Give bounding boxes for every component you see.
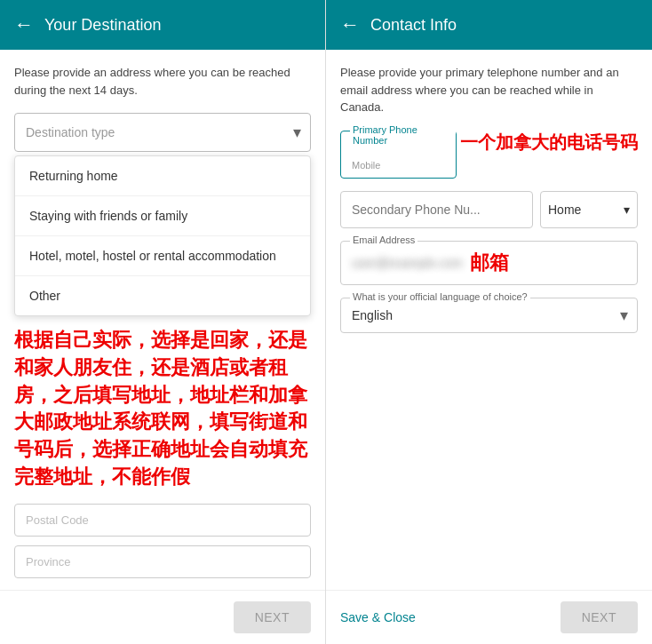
left-back-arrow[interactable]: ← bbox=[14, 13, 34, 36]
email-row: user@example.com 邮箱 bbox=[352, 250, 626, 276]
destination-type-placeholder: Destination type bbox=[26, 125, 115, 139]
left-header: ← Your Destination bbox=[0, 0, 325, 50]
right-description: Please provide your primary telephone nu… bbox=[340, 64, 638, 116]
left-annotation: 根据自己实际，选择是回家，还是和家人朋友住，还是酒店或者租房，之后填写地址，地址… bbox=[14, 323, 311, 495]
postal-code-input[interactable]: Postal Code bbox=[14, 504, 311, 537]
dropdown-arrow-icon: ▾ bbox=[293, 123, 301, 142]
primary-phone-group: Primary Phone Number Mobile 一个加拿大的电话号码 bbox=[340, 131, 638, 179]
primary-phone-input-wrapper[interactable]: Primary Phone Number Mobile bbox=[340, 131, 457, 179]
language-selector[interactable]: What is your official language of choice… bbox=[340, 298, 638, 333]
menu-item-friends-family[interactable]: Staying with friends or family bbox=[15, 196, 310, 236]
phone-type-value: Home bbox=[548, 203, 581, 217]
menu-item-hotel[interactable]: Hotel, motel, hostel or rental accommoda… bbox=[15, 236, 310, 276]
right-title: Contact Info bbox=[370, 16, 457, 35]
email-label: Email Address bbox=[350, 235, 417, 245]
phone-type-arrow-icon: ▾ bbox=[624, 203, 630, 217]
save-close-button[interactable]: Save & Close bbox=[340, 610, 416, 624]
email-group: Email Address user@example.com 邮箱 bbox=[340, 241, 638, 286]
email-input-wrapper[interactable]: Email Address user@example.com 邮箱 bbox=[340, 241, 638, 286]
left-next-button[interactable]: NEXT bbox=[234, 601, 311, 633]
right-next-button[interactable]: NEXT bbox=[561, 601, 638, 633]
phone-type-selector[interactable]: Home ▾ bbox=[540, 191, 638, 228]
left-panel: ← Your Destination Please provide an add… bbox=[0, 0, 326, 644]
left-content: Please provide an address where you can … bbox=[0, 50, 325, 590]
left-description: Please provide an address where you can … bbox=[14, 64, 311, 99]
right-content: Please provide your primary telephone nu… bbox=[326, 50, 652, 590]
email-blurred-value: user@example.com bbox=[352, 256, 463, 270]
primary-phone-label: Primary Phone Number bbox=[350, 124, 456, 146]
primary-phone-annotation-text: 一个加拿大的电话号码 bbox=[460, 131, 638, 154]
menu-item-returning-home[interactable]: Returning home bbox=[15, 156, 310, 196]
menu-item-other[interactable]: Other bbox=[15, 276, 310, 315]
left-footer: NEXT bbox=[0, 590, 325, 644]
province-input[interactable]: Province bbox=[14, 545, 311, 578]
left-title: Your Destination bbox=[44, 16, 161, 35]
language-value: English bbox=[352, 308, 393, 322]
secondary-phone-group: Home ▾ bbox=[340, 191, 638, 228]
right-footer: Save & Close NEXT bbox=[326, 590, 652, 644]
right-back-arrow[interactable]: ← bbox=[340, 13, 360, 36]
language-arrow-icon: ▾ bbox=[620, 306, 628, 325]
primary-phone-annotation-row: Primary Phone Number Mobile 一个加拿大的电话号码 bbox=[340, 131, 638, 179]
secondary-phone-input[interactable] bbox=[340, 191, 533, 228]
right-panel: ← Contact Info Please provide your prima… bbox=[326, 0, 652, 644]
email-annotation: 邮箱 bbox=[470, 250, 509, 276]
destination-type-dropdown[interactable]: Destination type ▾ bbox=[14, 113, 311, 152]
destination-menu: Returning home Staying with friends or f… bbox=[14, 155, 311, 316]
language-label: What is your official language of choice… bbox=[350, 291, 530, 302]
primary-phone-sublabel: Mobile bbox=[352, 160, 445, 171]
right-header: ← Contact Info bbox=[326, 0, 652, 50]
